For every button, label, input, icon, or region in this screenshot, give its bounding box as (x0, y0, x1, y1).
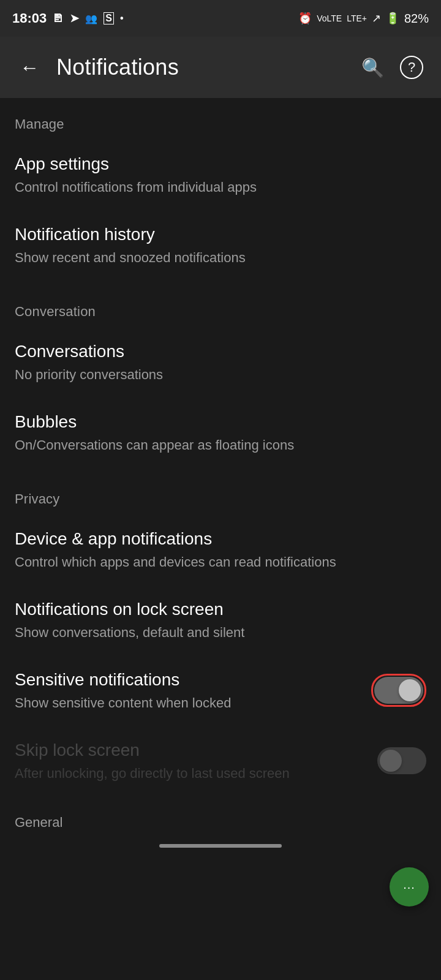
section-header-privacy: Privacy (0, 473, 441, 514)
status-bar: 18:03 🖹 ➤ 👥 S • ⏰ VoLTE LTE+ ↗ 🔋 82% (0, 0, 441, 37)
device-app-notifications-item[interactable]: Device & app notifications Control which… (0, 514, 441, 585)
bubbles-subtitle: On/Conversations can appear as floating … (15, 437, 426, 454)
notification-history-subtitle: Show recent and snoozed notifications (15, 249, 426, 267)
section-header-manage: Manage (0, 98, 441, 140)
sensitive-notifications-subtitle: Show sensitive content when locked (15, 695, 361, 712)
app-settings-title: App settings (15, 153, 426, 175)
team-icon: 👥 (85, 13, 97, 24)
home-bar (0, 838, 441, 860)
sensitive-notifications-toggle[interactable] (374, 677, 423, 704)
page-title: Notifications (56, 55, 345, 80)
sensitive-notifications-toggle-container (371, 674, 426, 707)
help-icon: ? (400, 56, 423, 79)
section-header-general: General (0, 796, 441, 838)
sensitive-notifications-text: Sensitive notifications Show sensitive c… (15, 669, 361, 712)
back-arrow-icon: ← (20, 58, 39, 77)
notifications-lock-screen-title: Notifications on lock screen (15, 598, 426, 620)
app-settings-text: App settings Control notifications from … (15, 153, 426, 197)
sensitive-notifications-title: Sensitive notifications (15, 669, 361, 691)
section-header-conversation: Conversation (0, 285, 441, 327)
conversations-text: Conversations No priority conversations (15, 341, 426, 384)
document-icon: 🖹 (53, 12, 64, 25)
fab-button[interactable]: ··· (390, 867, 429, 907)
app-settings-item[interactable]: App settings Control notifications from … (0, 140, 441, 210)
bubbles-text: Bubbles On/Conversations can appear as f… (15, 411, 426, 454)
skip-lock-screen-title: Skip lock screen (15, 739, 368, 761)
conversations-item[interactable]: Conversations No priority conversations (0, 327, 441, 398)
notification-history-title: Notification history (15, 224, 426, 246)
status-bar-right: ⏰ VoLTE LTE+ ↗ 🔋 82% (298, 12, 429, 26)
notifications-lock-screen-item[interactable]: Notifications on lock screen Show conver… (0, 585, 441, 655)
app-settings-subtitle: Control notifications from individual ap… (15, 179, 426, 197)
app-bar-actions: 🔍 ? (358, 53, 426, 82)
bubbles-title: Bubbles (15, 411, 426, 433)
skip-lock-screen-text: Skip lock screen After unlocking, go dir… (15, 739, 368, 783)
skip-lock-screen-toggle-thumb (380, 750, 402, 772)
help-button[interactable]: ? (397, 53, 426, 82)
volte-icon: VoLTE (317, 13, 342, 23)
sensitive-notifications-item[interactable]: Sensitive notifications Show sensitive c… (0, 655, 441, 726)
app-bar: ← Notifications 🔍 ? (0, 37, 441, 98)
status-bar-left: 18:03 🖹 ➤ 👥 S • (12, 10, 124, 26)
signal-icon: ↗ (372, 12, 381, 25)
notifications-lock-screen-subtitle: Show conversations, default and silent (15, 624, 426, 642)
device-app-notifications-subtitle: Control which apps and devices can read … (15, 554, 426, 571)
battery-icon: 🔋 (386, 12, 399, 25)
notifications-lock-screen-text: Notifications on lock screen Show conver… (15, 598, 426, 642)
s-icon: S (104, 12, 114, 24)
back-button[interactable]: ← (15, 53, 44, 82)
bubbles-item[interactable]: Bubbles On/Conversations can appear as f… (0, 398, 441, 468)
conversations-subtitle: No priority conversations (15, 366, 426, 384)
fab-icon: ··· (403, 880, 415, 894)
device-app-notifications-text: Device & app notifications Control which… (15, 528, 426, 571)
home-indicator (159, 844, 282, 848)
settings-content: Manage App settings Control notification… (0, 98, 441, 838)
notification-history-item[interactable]: Notification history Show recent and sno… (0, 210, 441, 281)
sensitive-notifications-toggle-thumb (399, 679, 421, 701)
alarm-icon: ⏰ (298, 12, 312, 25)
search-icon: 🔍 (361, 57, 384, 78)
device-app-notifications-title: Device & app notifications (15, 528, 426, 550)
skip-lock-screen-toggle-container (377, 747, 426, 774)
dot-icon: • (120, 13, 124, 24)
skip-lock-screen-subtitle: After unlocking, go directly to last use… (15, 765, 368, 783)
notification-history-text: Notification history Show recent and sno… (15, 224, 426, 267)
status-time: 18:03 (12, 10, 47, 26)
conversations-title: Conversations (15, 341, 426, 363)
skip-lock-screen-toggle[interactable] (377, 747, 426, 774)
skip-lock-screen-item[interactable]: Skip lock screen After unlocking, go dir… (0, 726, 441, 796)
lte-icon: LTE+ (347, 13, 367, 23)
search-button[interactable]: 🔍 (358, 53, 387, 82)
battery-level: 82% (404, 12, 429, 26)
navigation-icon: ➤ (70, 12, 79, 25)
